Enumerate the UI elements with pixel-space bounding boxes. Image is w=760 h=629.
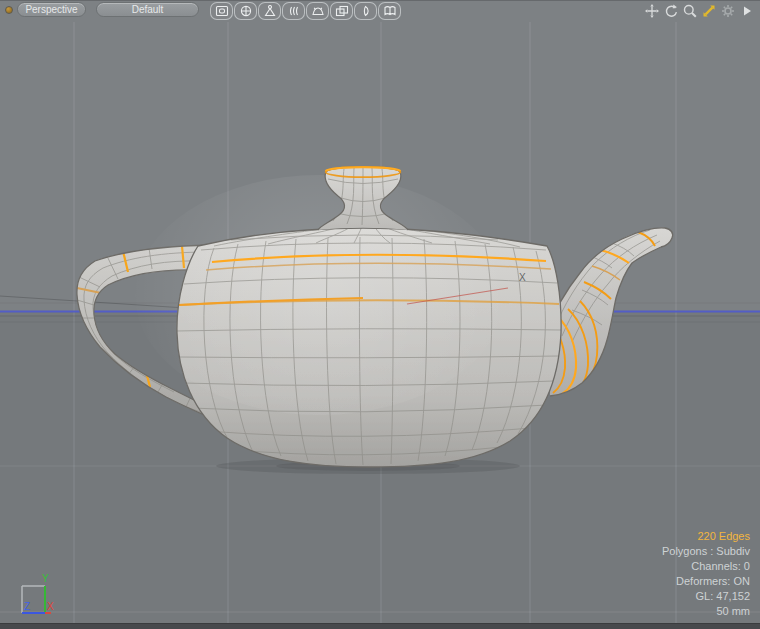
viewport-toolbar: Perspective Default	[0, 0, 760, 22]
cone-sphere-icon[interactable]	[258, 2, 281, 20]
wavy-lines-icon[interactable]	[282, 2, 305, 20]
viewport-active-indicator[interactable]	[5, 6, 13, 14]
channels-readout: Channels: 0	[662, 559, 750, 574]
viewport-stats: 220 Edges Polygons : Subdiv Channels: 0 …	[662, 529, 750, 619]
maximize-icon[interactable]	[701, 3, 717, 19]
camera-view-button[interactable]: Perspective	[17, 2, 86, 17]
globe-cross-icon[interactable]	[234, 2, 257, 20]
axis-x-label: X	[47, 601, 54, 612]
axis-y-label: Y	[42, 573, 49, 584]
axis-z-label: Z	[24, 601, 30, 612]
gl-polycount-readout: GL: 47,152	[662, 589, 750, 604]
settings-gear-icon[interactable]	[720, 3, 736, 19]
focal-length-readout: 50 mm	[662, 604, 750, 619]
page-sliver-icon[interactable]	[354, 2, 377, 20]
axis-gizmo: Y Z X	[8, 571, 68, 625]
book-icon[interactable]	[378, 2, 401, 20]
viewport-nav-buttons	[644, 3, 755, 19]
zoom-icon[interactable]	[682, 3, 698, 19]
pan-icon[interactable]	[644, 3, 660, 19]
shading-style-button[interactable]: Default	[96, 2, 199, 17]
viewport-3d-scene[interactable]: X	[0, 0, 760, 629]
cage-icon[interactable]	[306, 2, 329, 20]
expand-arrow-icon[interactable]	[739, 3, 755, 19]
rounded-square-icon[interactable]	[210, 2, 233, 20]
viewport-style-buttons	[210, 2, 401, 20]
work-plane-axis-label: X	[519, 272, 526, 283]
viewport-window: X	[0, 0, 760, 629]
window-bottom-edge	[0, 623, 760, 629]
rotate-icon[interactable]	[663, 3, 679, 19]
polygon-type-readout: Polygons : Subdiv	[662, 544, 750, 559]
overlap-squares-icon[interactable]	[330, 2, 353, 20]
selected-edges-count: 220 Edges	[662, 529, 750, 544]
deformers-readout: Deformers: ON	[662, 574, 750, 589]
